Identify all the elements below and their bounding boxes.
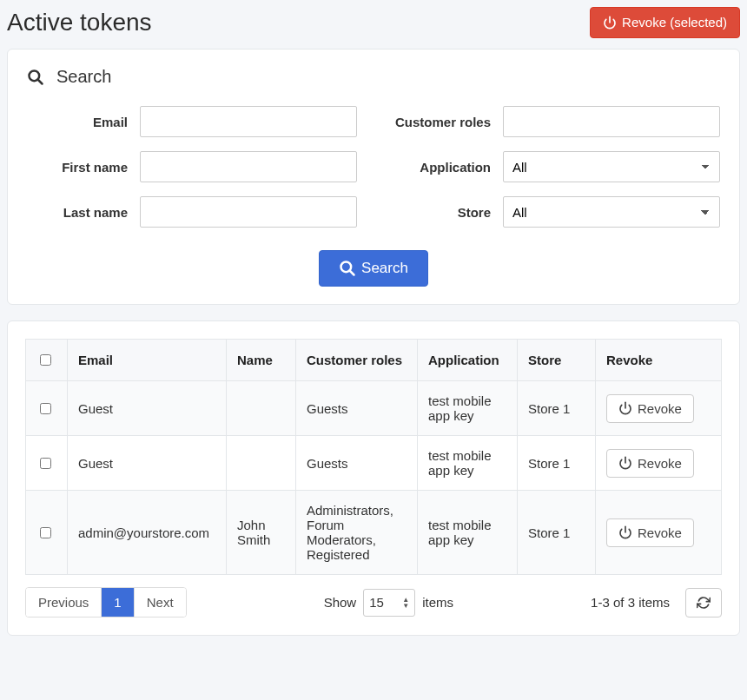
cell-application: test mobile app key [418, 491, 518, 575]
page-size-select[interactable]: 15 ▲▼ [363, 589, 415, 617]
cell-email: Guest [68, 436, 227, 491]
cell-name [227, 436, 296, 491]
revoke-button-label: Revoke [638, 525, 682, 540]
revoke-button[interactable]: Revoke [606, 394, 694, 423]
firstname-field[interactable] [140, 151, 357, 182]
table-row: GuestGueststest mobile app keyStore 1Rev… [26, 381, 722, 436]
application-label: Application [390, 160, 503, 175]
table-footer: Previous 1 Next Show 15 ▲▼ items 1-3 of … [25, 575, 722, 617]
table-row: admin@yourstore.comJohn SmithAdministrat… [26, 491, 722, 575]
firstname-label: First name [27, 160, 140, 175]
pagination-previous[interactable]: Previous [26, 588, 102, 617]
pagination: Previous 1 Next [25, 587, 187, 617]
col-roles: Customer roles [296, 340, 418, 381]
lastname-field[interactable] [140, 196, 357, 228]
revoke-selected-button[interactable]: Revoke (selected) [590, 7, 740, 38]
store-label: Store [390, 205, 503, 220]
roles-label: Customer roles [390, 115, 503, 129]
email-label: Email [27, 115, 140, 129]
search-form: Email First name Last name Customer role… [27, 106, 720, 241]
search-icon [339, 260, 356, 277]
cell-email: Guest [68, 381, 227, 436]
power-icon [618, 401, 632, 415]
col-email: Email [68, 340, 227, 381]
select-all-checkbox[interactable] [40, 354, 51, 366]
cell-store: Store 1 [518, 381, 596, 436]
col-name: Name [227, 340, 296, 381]
svg-line-2 [38, 79, 43, 83]
cell-email: admin@yourstore.com [68, 491, 227, 575]
cell-roles: Guests [296, 436, 418, 491]
cell-application: test mobile app key [418, 436, 518, 491]
cell-application: test mobile app key [418, 381, 518, 436]
search-button-label: Search [361, 260, 408, 277]
cell-roles: Guests [296, 381, 418, 436]
cell-store: Store 1 [518, 491, 596, 575]
store-select[interactable]: All [503, 196, 720, 228]
search-icon [27, 69, 44, 86]
application-select[interactable]: All [503, 151, 720, 182]
row-checkbox[interactable] [40, 527, 51, 538]
col-store: Store [518, 340, 596, 381]
revoke-selected-label: Revoke (selected) [622, 15, 727, 30]
search-button[interactable]: Search [319, 250, 428, 287]
stepper-arrows-icon: ▲▼ [402, 597, 409, 609]
page-header: Active tokens Revoke (selected) [7, 7, 740, 49]
refresh-button[interactable] [685, 588, 722, 617]
refresh-icon [697, 596, 711, 610]
cell-name [227, 381, 296, 436]
search-heading-label: Search [56, 67, 111, 87]
search-panel: Search Email First name Last name Custom… [7, 49, 740, 305]
items-label: items [422, 595, 453, 610]
email-field[interactable] [140, 106, 357, 137]
results-panel: Email Name Customer roles Application St… [7, 320, 740, 636]
revoke-button[interactable]: Revoke [606, 449, 694, 478]
table-row: GuestGueststest mobile app keyStore 1Rev… [26, 436, 722, 491]
power-icon [603, 16, 617, 30]
show-label: Show [324, 595, 357, 610]
col-application: Application [418, 340, 518, 381]
search-heading: Search [27, 67, 720, 87]
revoke-button[interactable]: Revoke [606, 518, 694, 547]
roles-field[interactable] [503, 106, 720, 137]
cell-roles: Administrators, Forum Moderators, Regist… [296, 491, 418, 575]
page-title: Active tokens [7, 9, 152, 36]
pagination-next[interactable]: Next [135, 588, 186, 617]
cell-name: John Smith [227, 491, 296, 575]
page-size-value: 15 [369, 595, 384, 610]
row-checkbox[interactable] [40, 403, 51, 414]
svg-line-4 [350, 271, 354, 275]
page-size-group: Show 15 ▲▼ items [324, 589, 453, 617]
tokens-table: Email Name Customer roles Application St… [25, 339, 722, 575]
power-icon [618, 456, 632, 470]
revoke-button-label: Revoke [638, 401, 682, 416]
pagination-summary: 1-3 of 3 items [591, 595, 670, 610]
power-icon [618, 525, 632, 539]
revoke-button-label: Revoke [638, 456, 682, 471]
cell-store: Store 1 [518, 436, 596, 491]
col-revoke: Revoke [596, 340, 722, 381]
pagination-page-1[interactable]: 1 [102, 588, 134, 617]
lastname-label: Last name [27, 205, 140, 220]
row-checkbox[interactable] [40, 458, 51, 469]
